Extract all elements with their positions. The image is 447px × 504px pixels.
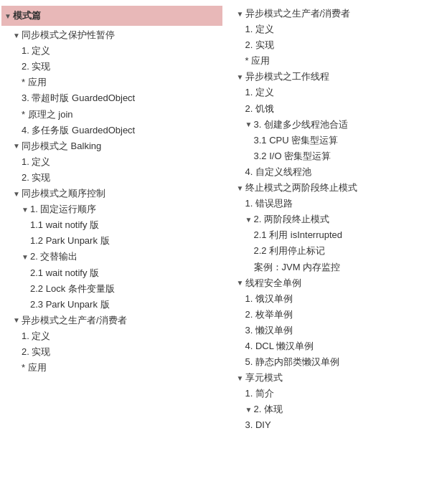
item-label: 线程安全单例 [245,275,301,291]
tree-item[interactable]: 3.1 CPU 密集型运算 [225,133,446,148]
item-label: 2.3 Park Unpark 版 [30,299,110,310]
tree-item[interactable]: 4. 自定义线程池 [225,164,446,180]
item-label: 3. DIY [245,419,271,430]
tree-item[interactable]: 1. 定义 [225,85,446,100]
tree-item[interactable]: 2.3 Park Unpark 版 [1,297,222,313]
arrow-icon[interactable] [22,204,30,216]
arrow-icon[interactable] [13,314,22,326]
tree-item[interactable]: 异步模式之工作线程 [225,69,446,85]
arrow-icon[interactable] [237,71,245,83]
item-label: 案例：JVM 内存监控 [254,262,341,272]
tree-item[interactable]: 案例：JVM 内存监控 [225,260,446,275]
tree-item[interactable]: 1. 饿汉单例 [225,291,446,307]
item-label: 1. 定义 [245,87,274,98]
tree-item[interactable]: * 原理之 join [1,107,222,123]
item-label: 1. 固定运行顺序 [30,201,96,217]
item-label: 1. 错误思路 [245,198,293,209]
left-column: 模式篇 同步模式之保护性暂停1. 定义2. 实现* 应用3. 带超时版 Guar… [0,3,224,437]
tree-item[interactable]: 2. 交替输出 [1,249,222,265]
item-label: 模式篇 [13,8,41,24]
arrow-icon[interactable] [13,29,22,42]
tree-item[interactable]: 2. 两阶段终止模式 [225,211,446,227]
tree-item[interactable]: 1. 定义 [1,328,222,344]
arrow-icon[interactable] [237,277,245,289]
item-label: 2. 枚举单例 [245,309,293,320]
tree-item[interactable]: 线程安全单例 [225,275,446,291]
item-label: 享元模式 [245,370,283,386]
item-label: 2. 实现 [245,39,274,50]
tree-item[interactable]: 2. 实现 [1,344,222,360]
arrow-icon[interactable] [4,10,13,22]
tree-item[interactable]: 1.1 wait notify 版 [1,217,222,233]
tree-item[interactable]: 2. 实现 [1,170,222,186]
tree-item[interactable]: 异步模式之生产者/消费者 [225,6,446,22]
tree-item[interactable]: 模式篇 [1,6,222,26]
item-label: 2.2 Lock 条件变量版 [30,283,115,294]
tree-container: 模式篇 同步模式之保护性暂停1. 定义2. 实现* 应用3. 带超时版 Guar… [0,0,447,439]
item-label: 3. 带超时版 GuardedObject [22,92,135,103]
tree-item[interactable]: 1. 固定运行顺序 [1,201,222,217]
tree-item[interactable]: 同步模式之顺序控制 [1,186,222,201]
tree-item[interactable]: 1.2 Park Unpark 版 [1,233,222,249]
item-label: 5. 静态内部类懒汉单例 [245,356,339,367]
tree-item[interactable]: 3.2 I/O 密集型运算 [225,148,446,164]
arrow-icon[interactable] [22,251,30,263]
item-label: 异步模式之生产者/消费者 [22,313,127,328]
tree-item[interactable]: 1. 简介 [225,386,446,401]
tree-item[interactable]: * 应用 [1,75,222,90]
tree-item[interactable]: 3. DIY [225,417,446,433]
tree-item[interactable]: 1. 定义 [1,43,222,59]
tree-item[interactable]: 2. 枚举单例 [225,307,446,323]
tree-item[interactable]: 2.2 Lock 条件变量版 [1,281,222,297]
item-label: 3.1 CPU 密集型运算 [254,135,339,146]
tree-item[interactable]: 4. DCL 懒汉单例 [225,338,446,354]
item-label: * 应用 [245,55,270,66]
arrow-icon[interactable] [237,182,245,194]
item-label: 1.1 wait notify 版 [30,219,99,230]
item-label: 异步模式之工作线程 [245,69,329,85]
tree-item[interactable]: 1. 定义 [225,22,446,37]
item-label: 1. 定义 [245,24,274,34]
item-label: 2.1 利用 isInterrupted [254,229,343,240]
tree-item[interactable]: 2.1 wait notify 版 [1,265,222,281]
tree-item[interactable]: 享元模式 [225,370,446,386]
item-label: * 原理之 join [22,109,73,120]
tree-item[interactable]: 3. 带超时版 GuardedObject [1,90,222,106]
arrow-icon[interactable] [245,118,254,130]
tree-item[interactable]: 2.1 利用 isInterrupted [225,227,446,243]
tree-item[interactable]: 2. 体现 [225,401,446,417]
tree-item[interactable]: * 应用 [225,53,446,69]
tree-item[interactable]: 1. 定义 [1,154,222,170]
item-label: 1. 定义 [22,45,50,56]
item-label: 2. 交替输出 [30,249,77,265]
arrow-icon[interactable] [13,188,22,200]
tree-item[interactable]: 5. 静态内部类懒汉单例 [225,354,446,370]
item-label: 4. 自定义线程池 [245,166,311,177]
tree-item[interactable]: 2. 实现 [1,59,222,75]
tree-item[interactable]: 2. 实现 [225,37,446,53]
item-label: 同步模式之 Balking [22,138,101,154]
tree-item[interactable]: 2.2 利用停止标记 [225,243,446,259]
tree-item[interactable]: 3. 创建多少线程池合适 [225,117,446,133]
item-label: 异步模式之生产者/消费者 [245,6,351,22]
tree-item[interactable]: 2. 饥饿 [225,101,446,117]
tree-item[interactable]: 1. 错误思路 [225,196,446,211]
item-label: 4. DCL 懒汉单例 [245,341,314,351]
arrow-icon[interactable] [13,140,22,152]
tree-item[interactable]: 终止模式之两阶段终止模式 [225,180,446,196]
item-label: 2. 实现 [22,61,50,72]
item-label: 4. 多任务版 GuardedObject [22,125,135,135]
tree-item[interactable]: 4. 多任务版 GuardedObject [1,123,222,138]
tree-item[interactable]: 异步模式之生产者/消费者 [1,313,222,328]
tree-item[interactable]: 同步模式之 Balking [1,138,222,154]
item-label: 3. 懒汉单例 [245,325,293,336]
item-label: 2. 实现 [22,172,50,183]
tree-item[interactable]: 同步模式之保护性暂停 [1,27,222,43]
tree-item[interactable]: * 应用 [1,360,222,376]
tree-item[interactable]: 3. 懒汉单例 [225,323,446,338]
arrow-icon[interactable] [245,404,254,416]
arrow-icon[interactable] [237,8,245,20]
item-label: 2. 实现 [22,346,50,357]
arrow-icon[interactable] [237,372,245,384]
arrow-icon[interactable] [245,214,254,226]
